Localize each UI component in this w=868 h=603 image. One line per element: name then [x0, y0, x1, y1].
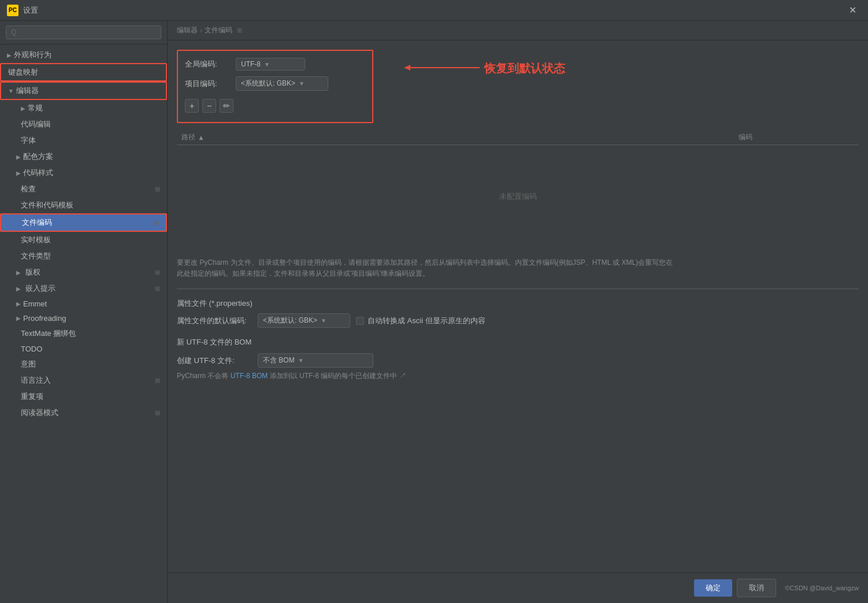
sidebar-item-label: 文件类型	[21, 251, 51, 261]
sidebar-item-keymap[interactable]: 键盘映射	[0, 63, 167, 82]
sidebar-item-label: 重复项	[21, 391, 43, 402]
settings-area: 全局编码: UTF-8 ▼ 项目编码: <系统默认: GBK> ▼	[168, 40, 868, 572]
section-divider	[177, 288, 859, 289]
sidebar-item-emmet[interactable]: ▶ Emmet	[0, 297, 167, 311]
settings-icon: ⊞	[155, 186, 160, 193]
settings-icon: ⊞	[155, 285, 160, 293]
sidebar-item-label: 常规	[28, 103, 43, 113]
sidebar-item-code-style[interactable]: ▶ 代码样式	[0, 165, 167, 181]
prop-checkbox-row: 自动转换成 Ascii 但显示原生的内容	[356, 316, 485, 326]
sidebar-item-file-code-template[interactable]: 文件和代码模板	[0, 197, 167, 213]
global-encoding-select[interactable]: UTF-8 ▼	[236, 58, 305, 71]
watermark-text: ©CSDN @David_wangzw	[785, 584, 859, 591]
breadcrumb-editor: 编辑器	[177, 25, 198, 35]
svg-marker-1	[405, 65, 410, 71]
sidebar-item-font[interactable]: 字体	[0, 132, 167, 149]
arrow-icon: ▶	[16, 154, 21, 160]
annotation-text: 恢复到默认状态	[484, 61, 565, 76]
bom-info: PyCharm 不会将 UTF-8 BOM 添加到以 UTF-8 编码的每个已创…	[177, 371, 859, 381]
remove-button[interactable]: −	[202, 99, 216, 113]
sidebar-item-intention[interactable]: 意图	[0, 356, 167, 372]
breadcrumb-file-encoding: 文件编码	[205, 25, 232, 35]
bom-value: 不含 BOM	[263, 356, 295, 365]
sidebar-item-label: 外观和行为	[14, 50, 51, 60]
annotation-arrow-svg	[399, 62, 480, 73]
add-button[interactable]: +	[185, 99, 199, 113]
main-content: 编辑器 › 文件编码 ⊞ 全局编码: UTF-8 ▼	[168, 21, 868, 603]
project-encoding-label: 项目编码:	[185, 79, 231, 89]
sidebar-item-label: 文件编码	[22, 217, 52, 228]
dialog-title: 设置	[23, 5, 844, 16]
search-box	[0, 21, 167, 45]
sidebar-item-code-editing[interactable]: 代码编辑	[0, 116, 167, 132]
breadcrumb: 编辑器 › 文件编码 ⊞	[168, 21, 868, 40]
confirm-button[interactable]: 确定	[694, 579, 732, 597]
bom-create-label: 创建 UTF-8 文件:	[177, 356, 252, 366]
prop-encoding-row: 属性文件的默认编码: <系统默认: GBK> ▼ 自动转换成 Ascii 但显示…	[177, 313, 859, 328]
dropdown-arrow-icon: ▼	[264, 61, 270, 68]
sidebar-item-general[interactable]: ▶ 常规	[0, 100, 167, 116]
prop-checkbox-label: 自动转换成 Ascii 但显示原生的内容	[368, 316, 485, 326]
sidebar: ▶ 外观和行为 键盘映射 ▼ 编辑器 ▶ 常规	[0, 21, 168, 603]
sidebar-item-label: 文件和代码模板	[21, 200, 73, 210]
breadcrumb-sep: ›	[200, 27, 202, 35]
sidebar-item-label: 键盘映射	[8, 67, 38, 77]
sidebar-item-label: 嵌入提示	[25, 283, 55, 294]
sidebar-item-proofreading[interactable]: ▶ Proofreading	[0, 311, 167, 325]
sidebar-item-live-template[interactable]: 实时模板	[0, 232, 167, 248]
prop-encoding-value: <系统默认: GBK>	[263, 316, 317, 325]
sidebar-item-label: 配色方案	[23, 151, 53, 162]
sidebar-item-inspection[interactable]: 检查 ⊞	[0, 181, 167, 197]
col-encode-header: 编码	[739, 132, 854, 142]
sidebar-item-label: 字体	[21, 135, 36, 146]
arrow-icon: ▶	[16, 301, 21, 307]
global-encoding-value: UTF-8	[241, 60, 261, 68]
arrow-container	[399, 62, 480, 75]
sort-icon: ▲	[198, 134, 205, 142]
sidebar-item-copyright[interactable]: ▶ 版权 ⊞	[0, 264, 167, 280]
settings-icon: ⊞	[155, 409, 160, 417]
sidebar-item-textmate[interactable]: TextMate 捆绑包	[0, 325, 167, 342]
sidebar-item-label: 意图	[21, 359, 36, 369]
sidebar-item-lang-inject[interactable]: 语言注入 ⊞	[0, 372, 167, 389]
annotation-container: 恢复到默认状态	[399, 61, 565, 76]
global-encoding-label: 全局编码:	[185, 59, 231, 69]
bom-value-select[interactable]: 不含 BOM ▼	[258, 353, 373, 368]
sidebar-item-appearance[interactable]: ▶ 外观和行为	[0, 47, 167, 63]
sidebar-item-label: 检查	[21, 184, 36, 194]
dropdown-arrow-icon: ▼	[321, 317, 327, 324]
sidebar-item-reader-mode[interactable]: 阅读器模式 ⊞	[0, 405, 167, 421]
sidebar-item-file-encoding[interactable]: 文件编码 ⊞	[0, 213, 167, 232]
title-bar: PC 设置 ✕	[0, 0, 868, 21]
sidebar-item-repeat[interactable]: 重复项	[0, 389, 167, 405]
arrow-icon: ▶	[16, 269, 21, 276]
sidebar-item-label: Emmet	[23, 299, 47, 308]
sidebar-item-embed-hint[interactable]: ▶ 嵌入提示 ⊞	[0, 280, 167, 297]
bom-section: 新 UTF-8 文件的 BOM 创建 UTF-8 文件: 不含 BOM ▼ Py…	[177, 337, 859, 381]
edit-button[interactable]: ✏	[220, 99, 233, 113]
sidebar-item-file-type[interactable]: 文件类型	[0, 248, 167, 264]
table-empty-message: 未配置编码	[177, 145, 859, 248]
arrow-icon: ▶	[16, 315, 21, 321]
prop-encoding-select[interactable]: <系统默认: GBK> ▼	[258, 313, 350, 328]
arrow-icon: ▶	[21, 105, 25, 112]
settings-icon: ⊞	[155, 269, 160, 276]
prop-checkbox[interactable]	[356, 317, 364, 325]
cancel-button[interactable]: 取消	[737, 579, 776, 597]
sidebar-item-label: 实时模板	[21, 235, 51, 245]
breadcrumb-icon: ⊞	[237, 27, 242, 34]
bom-link[interactable]: UTF-8 BOM	[231, 372, 268, 380]
dialog-body: ▶ 外观和行为 键盘映射 ▼ 编辑器 ▶ 常规	[0, 21, 868, 603]
sidebar-item-color-scheme[interactable]: ▶ 配色方案	[0, 149, 167, 165]
sidebar-item-editor[interactable]: ▼ 编辑器	[0, 82, 167, 100]
sidebar-item-label: 代码样式	[23, 168, 53, 178]
sidebar-item-todo[interactable]: TODO	[0, 342, 167, 356]
prop-section-title: 属性文件 (*.properties)	[177, 298, 859, 309]
dropdown-arrow-icon: ▼	[299, 80, 305, 87]
sidebar-item-label: TODO	[21, 345, 42, 353]
settings-dialog: PC 设置 ✕ ▶ 外观和行为 键盘映射 ▼	[0, 0, 868, 603]
project-encoding-select[interactable]: <系统默认: GBK> ▼	[236, 76, 328, 91]
search-input[interactable]	[6, 25, 161, 39]
arrow-icon: ▼	[8, 88, 14, 94]
close-button[interactable]: ✕	[844, 2, 861, 18]
